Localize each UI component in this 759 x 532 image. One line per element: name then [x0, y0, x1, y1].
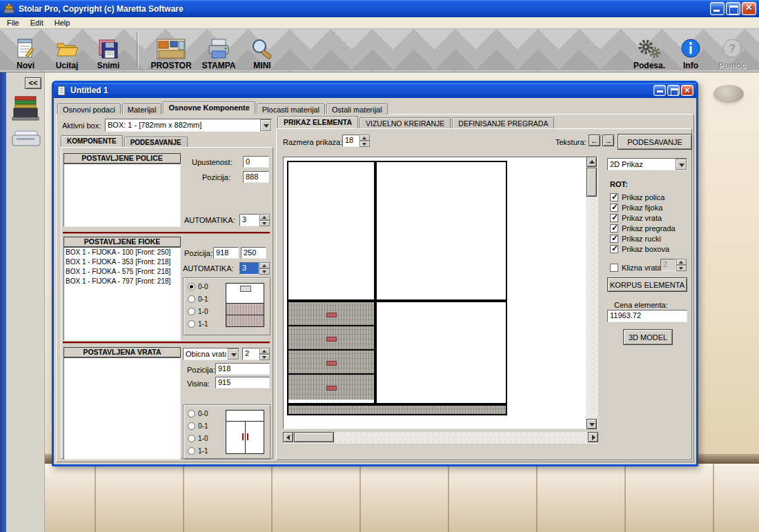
radio-option[interactable]: 0-1 — [188, 295, 208, 304]
checkbox-box[interactable] — [610, 264, 618, 272]
pomoc-button[interactable]: ? Pomoc — [712, 30, 752, 70]
view-mode-select[interactable]: 2D Prikaz — [607, 158, 687, 170]
tab-vizuelno-kreiranje[interactable]: VIZUELNO KREIRANJE — [359, 117, 451, 128]
chevron-down-icon[interactable] — [228, 348, 239, 359]
checkbox-prikaz-polica[interactable]: Prikaz polica — [610, 193, 664, 201]
checkbox-box[interactable] — [610, 214, 618, 222]
tab-osnovne-komponente[interactable]: Osnovne Komponente — [163, 101, 255, 115]
fioke-pozicija-input-2[interactable]: 250 — [241, 247, 266, 259]
spinner-up-button[interactable] — [259, 262, 270, 268]
police-listbox[interactable] — [63, 164, 181, 227]
machine-icon[interactable] — [11, 93, 40, 122]
checkbox-prikaz-rucki[interactable]: Prikaz rucki — [610, 234, 661, 243]
podesavanje-button[interactable]: PODESAVANJE — [618, 134, 692, 150]
checkbox-prikaz-vrata[interactable]: Prikaz vrata — [610, 213, 662, 222]
menu-help[interactable]: Help — [49, 18, 76, 28]
checkbox-box[interactable] — [610, 193, 618, 201]
tab-materijal[interactable]: Materijal — [122, 104, 162, 115]
spinner-up-button[interactable] — [359, 135, 370, 141]
radio-button[interactable] — [188, 435, 195, 442]
open-button[interactable]: Ucitaj — [47, 30, 87, 70]
maximize-button[interactable] — [726, 2, 740, 15]
fioke-pozicija-input-1[interactable]: 918 — [213, 247, 239, 259]
tab-ostali-materijal[interactable]: Ostali materijal — [326, 104, 388, 115]
razmera-spinner[interactable]: 18 — [342, 135, 370, 147]
aktivni-box-select[interactable]: BOX: 1 - [782mm x 882mm] — [105, 119, 272, 132]
scroll-up-button[interactable] — [586, 157, 597, 167]
radio-option[interactable]: 0-0 — [188, 282, 208, 291]
fioke-automatika-spinner[interactable]: 3 — [239, 262, 270, 275]
radio-option[interactable]: 1-0 — [188, 434, 208, 443]
scanner-icon[interactable] — [11, 128, 41, 150]
sidebar-collapse-button[interactable]: << — [25, 77, 41, 89]
doc-maximize-button[interactable] — [667, 85, 680, 96]
spinner-down-button[interactable] — [259, 220, 270, 226]
spinner-value[interactable]: 18 — [342, 135, 359, 147]
3d-model-button[interactable]: 3D MODEL — [623, 329, 673, 345]
checkbox-box[interactable] — [610, 204, 618, 212]
canvas-vertical-scrollbar[interactable] — [586, 157, 598, 429]
stampa-button[interactable]: STAMPA — [197, 30, 241, 70]
scroll-left-button[interactable] — [283, 432, 293, 442]
radio-button[interactable] — [188, 320, 195, 328]
checkbox-box[interactable] — [610, 235, 618, 243]
cena-elementa-input[interactable]: 11963.72 — [607, 310, 687, 322]
new-button[interactable]: Novi — [6, 30, 46, 70]
spinner-down-button[interactable] — [259, 354, 270, 360]
minimize-button[interactable] — [710, 2, 724, 15]
radio-button[interactable] — [188, 422, 195, 430]
police-pozicija-input[interactable]: 888 — [243, 171, 269, 183]
horizontal-scroll-thumb[interactable] — [294, 432, 334, 442]
vrata-count-spinner[interactable]: 2 — [242, 348, 270, 360]
spinner-down-button[interactable] — [259, 268, 270, 275]
checkbox-prikaz-pregrada[interactable]: Prikaz pregrada — [610, 224, 676, 233]
radio-button[interactable] — [188, 447, 195, 455]
menu-edit[interactable]: Edit — [25, 18, 49, 28]
chevron-down-icon[interactable] — [260, 119, 271, 131]
save-button[interactable]: Snimi — [88, 30, 128, 70]
vrata-type-select[interactable]: Obicna vrata — [183, 348, 239, 360]
vrata-listbox[interactable] — [63, 357, 181, 460]
korpus-elementa-button[interactable]: KORPUS ELEMENTA — [607, 277, 687, 292]
checkbox-prikaz-fijoka[interactable]: Prikaz fijoka — [610, 203, 662, 212]
tab-osnovni-podaci[interactable]: Osnovni podaci — [57, 104, 121, 115]
radio-button[interactable] — [188, 295, 195, 303]
checkbox-box[interactable] — [610, 245, 618, 253]
menu-file[interactable]: File — [1, 18, 25, 28]
doc-minimize-button[interactable] — [653, 85, 666, 96]
radio-option[interactable]: 1-0 — [188, 307, 208, 316]
visina-input[interactable]: 915 — [215, 377, 270, 388]
vrata-pozicija-input[interactable]: 918 — [215, 363, 270, 375]
mini-button[interactable]: MINI — [242, 30, 282, 70]
tab-prikaz-elementa[interactable]: PRIKAZ ELEMENTA — [277, 116, 358, 128]
tab-definisanje-pregrada[interactable]: DEFINISANJE PREGRADA — [452, 117, 554, 128]
tab-plocasti-materijal[interactable]: Plocasti materijal — [257, 104, 325, 115]
checkbox-prikaz-boxova[interactable]: Prikaz boxova — [610, 244, 669, 253]
spinner-value[interactable]: 3 — [239, 214, 259, 226]
radio-button[interactable] — [188, 410, 195, 417]
prostor-button[interactable]: PROSTOR — [147, 30, 195, 70]
scroll-right-button[interactable] — [588, 432, 598, 442]
canvas-horizontal-scrollbar[interactable] — [283, 432, 598, 444]
fioke-listbox[interactable]: BOX 1 - FIJOKA - 100 [Front: 250] BOX 1 … — [63, 247, 181, 341]
upustenost-input[interactable]: 0 — [243, 156, 269, 168]
doc-close-button[interactable] — [681, 85, 693, 96]
checkbox-klizna-vrata[interactable]: Klizna vrata — [610, 263, 661, 272]
spinner-up-button[interactable] — [259, 348, 270, 354]
police-automatika-spinner[interactable]: 3 — [239, 214, 270, 226]
radio-option[interactable]: 0-0 — [188, 409, 208, 418]
radio-button[interactable] — [188, 308, 195, 315]
scroll-down-button[interactable] — [586, 419, 597, 429]
radio-option[interactable]: 1-1 — [188, 319, 208, 328]
list-item[interactable]: BOX 1 - FIJOKA - 797 [Front: 218] — [64, 277, 180, 286]
radio-option[interactable]: 0-1 — [188, 422, 208, 431]
radio-button[interactable] — [188, 283, 195, 290]
spinner-down-button[interactable] — [359, 141, 370, 147]
checkbox-box[interactable] — [610, 224, 618, 233]
spinner-value[interactable]: 3 — [239, 262, 259, 275]
spinner-up-button[interactable] — [259, 214, 270, 220]
tekstura-prev-button[interactable]: ← — [589, 135, 600, 146]
close-button[interactable] — [742, 2, 756, 15]
podesa-button[interactable]: Podesa. — [629, 30, 669, 70]
vertical-scroll-thumb[interactable] — [586, 168, 597, 197]
